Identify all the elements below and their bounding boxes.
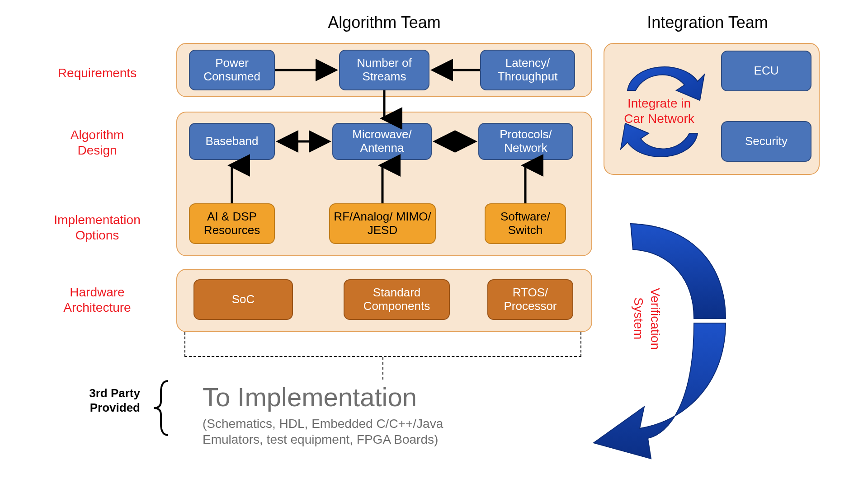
arrow-baseband-microwave bbox=[275, 135, 332, 148]
arrow-microwave-protocols bbox=[432, 135, 478, 148]
arrow-softswitch-to-protocols bbox=[519, 160, 532, 204]
integration-cycle-arrows bbox=[609, 50, 709, 169]
box-rf-analog: RF/Analog/ MIMO/ JESD bbox=[329, 203, 436, 244]
to-impl-sub2: Emulators, test equipment, FPGA Boards) bbox=[203, 432, 519, 447]
label-hw-1: Hardware bbox=[43, 285, 151, 300]
box-baseband: Baseband bbox=[189, 123, 275, 160]
box-ai-dsp: AI & DSP Resources bbox=[189, 203, 275, 244]
integration-team-header: Integration Team bbox=[604, 14, 811, 32]
label-impl-opt-2: Options bbox=[43, 228, 151, 243]
bracket-stem bbox=[376, 357, 390, 382]
box-protocols-network: Protocols/ Network bbox=[478, 123, 573, 160]
box-power-consumed: Power Consumed bbox=[189, 50, 275, 90]
label-requirements: Requirements bbox=[43, 66, 151, 81]
sysver-label-2: Verification bbox=[647, 267, 663, 371]
box-number-streams: Number of Streams bbox=[339, 50, 429, 90]
to-impl-title: To Implementation bbox=[203, 382, 519, 412]
sysver-label-1: System bbox=[631, 267, 646, 371]
label-impl-opt-1: Implementation bbox=[43, 212, 151, 228]
third-party-label-2: Provided bbox=[54, 401, 140, 415]
arrow-streams-to-microwave bbox=[377, 90, 391, 125]
box-software-switch: Software/ Switch bbox=[485, 203, 566, 244]
dashed-bracket bbox=[184, 332, 581, 357]
label-alg-design-1: Algorithm bbox=[43, 127, 151, 143]
arrow-latency-to-streams bbox=[429, 63, 480, 77]
box-latency-throughput: Latency/ Throughput bbox=[480, 50, 575, 90]
box-microwave-antenna: Microwave/ Antenna bbox=[332, 123, 432, 160]
to-implementation-block: To Implementation (Schematics, HDL, Embe… bbox=[203, 382, 519, 447]
algorithm-team-header: Algorithm Team bbox=[176, 14, 592, 32]
box-ecu: ECU bbox=[721, 51, 811, 91]
box-security: Security bbox=[721, 121, 811, 162]
label-hw-2: Architecture bbox=[43, 300, 151, 315]
box-standard-components: Standard Components bbox=[344, 279, 450, 320]
arrow-rf-to-microwave bbox=[376, 160, 389, 204]
system-verification-arrow bbox=[590, 212, 739, 454]
to-impl-sub1: (Schematics, HDL, Embedded C/C++/Java bbox=[203, 416, 519, 432]
brace-icon bbox=[149, 379, 176, 437]
label-alg-design-2: Design bbox=[43, 143, 151, 158]
arrow-aidsp-to-baseband bbox=[225, 160, 239, 204]
third-party-label-1: 3rd Party bbox=[54, 386, 140, 400]
box-soc: SoC bbox=[193, 279, 293, 320]
box-rtos-processor: RTOS/ Processor bbox=[487, 279, 573, 320]
arrow-power-to-streams bbox=[275, 63, 339, 77]
